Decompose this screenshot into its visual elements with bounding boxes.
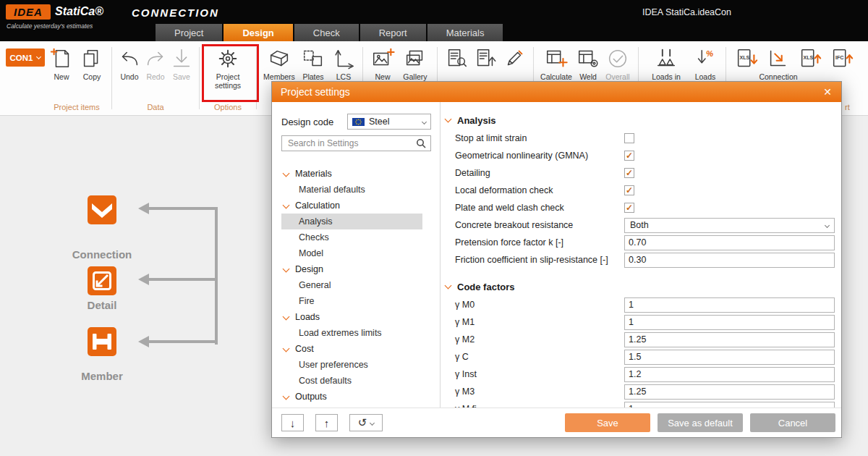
ribbon-plates-button[interactable]: Plates bbox=[297, 46, 329, 81]
chevron-down-icon[interactable] bbox=[283, 345, 290, 352]
search-input[interactable] bbox=[286, 138, 416, 149]
ribbon-group-caption: Options bbox=[204, 103, 252, 115]
tree-item-material-defaults[interactable]: Material defaults bbox=[281, 182, 422, 198]
tab-check[interactable]: Check bbox=[294, 24, 359, 41]
tree-item-model[interactable]: Model bbox=[281, 245, 422, 261]
settings-search[interactable] bbox=[281, 135, 431, 151]
ribbon-overall-button[interactable]: Overall bbox=[602, 46, 634, 81]
ribbon-copy-button[interactable]: Copy bbox=[77, 46, 107, 81]
reset-button[interactable]: ↺ bbox=[349, 414, 383, 431]
input-m2[interactable] bbox=[624, 332, 835, 347]
canvas-connection-icon[interactable] bbox=[88, 195, 116, 224]
chevron-down-icon[interactable] bbox=[445, 116, 452, 123]
reset-icon: ↺ bbox=[358, 416, 367, 429]
ribbon-save-button[interactable]: Save bbox=[169, 46, 195, 81]
design-code-select[interactable]: Steel bbox=[347, 114, 431, 130]
cancel-button[interactable]: Cancel bbox=[750, 413, 835, 432]
chevron-down-icon[interactable] bbox=[283, 169, 290, 177]
move-down-button[interactable]: ↓ bbox=[281, 414, 304, 431]
tree-item-materials[interactable]: Materials bbox=[281, 166, 422, 182]
input-c[interactable] bbox=[624, 350, 835, 365]
ribbon-new-button[interactable]: New bbox=[367, 46, 398, 81]
input-inst[interactable] bbox=[624, 367, 835, 382]
ribbon-item-label: New bbox=[54, 72, 69, 81]
tree-item-cost-defaults[interactable]: Cost defaults bbox=[281, 373, 422, 389]
save-button[interactable]: Save bbox=[565, 413, 650, 432]
tree-item-design[interactable]: Design bbox=[281, 261, 422, 277]
input-pretension-force-factor-k[interactable] bbox=[624, 235, 835, 250]
chevron-down-icon[interactable] bbox=[283, 392, 290, 400]
settings-row: Stop at limit strain bbox=[441, 130, 835, 147]
ribbon-xls-export-button[interactable]: XLS bbox=[794, 46, 826, 72]
move-up-button[interactable]: ↑ bbox=[315, 414, 338, 431]
connection-item-selector[interactable]: CON1 bbox=[6, 48, 45, 67]
ribbon-group-items: NewCopy bbox=[46, 41, 107, 81]
tree-item-load-extremes-limits[interactable]: Load extremes limits bbox=[281, 325, 422, 341]
settings-row: Local deformation check✓ bbox=[441, 182, 835, 199]
checkbox-checked[interactable]: ✓ bbox=[624, 151, 634, 161]
tree-item-label: Analysis bbox=[299, 216, 333, 227]
ribbon-publish-button[interactable] bbox=[471, 46, 500, 72]
tree-item-general[interactable]: General bbox=[281, 277, 422, 293]
checkbox[interactable] bbox=[624, 133, 634, 143]
tree-item-checks[interactable]: Checks bbox=[281, 229, 422, 245]
dropdown-concrete-breakout-resistance[interactable]: Both bbox=[624, 218, 835, 233]
ribbon-connection-button[interactable]: Connection bbox=[762, 46, 794, 81]
setting-control bbox=[624, 297, 835, 313]
chevron-down-icon[interactable] bbox=[283, 201, 290, 208]
chevron-down-icon[interactable] bbox=[445, 282, 452, 290]
ribbon-lcs-button[interactable]: LCS bbox=[329, 46, 358, 81]
tree-item-loads[interactable]: Loads bbox=[281, 309, 422, 325]
tree-item-cost[interactable]: Cost bbox=[281, 341, 422, 357]
ribbon-group-data: UndoRedoSaveData bbox=[116, 41, 195, 115]
ribbon-undo-button[interactable]: Undo bbox=[116, 46, 142, 81]
chevron-down-icon[interactable] bbox=[283, 313, 290, 320]
ribbon-new-button[interactable]: New bbox=[46, 46, 77, 81]
ribbon-redo-button[interactable]: Redo bbox=[142, 46, 169, 81]
input-m0[interactable] bbox=[624, 297, 835, 313]
ribbon-preview-button[interactable] bbox=[442, 46, 471, 72]
save-as-default-button[interactable]: Save as default bbox=[658, 413, 743, 432]
canvas-detail-icon[interactable] bbox=[88, 266, 116, 295]
ribbon-weld-button[interactable]: Weld bbox=[574, 46, 602, 81]
group-separator bbox=[199, 47, 200, 109]
settings-row: γ C bbox=[441, 348, 835, 366]
settings-row: Pretension force factor k [-] bbox=[441, 234, 835, 251]
ribbon-gallery-button[interactable]: Gallery bbox=[398, 46, 433, 81]
project-settings-dialog: Project settings ✕ Design code Steel Mat… bbox=[271, 81, 842, 438]
ribbon-xls-import-button[interactable]: XLS bbox=[731, 46, 762, 72]
checkbox-checked[interactable]: ✓ bbox=[624, 203, 634, 213]
tree-item-analysis[interactable]: Analysis bbox=[281, 214, 422, 229]
ribbon-members-button[interactable]: Members bbox=[261, 46, 297, 81]
ribbon-project-settings-button[interactable]: Project settings bbox=[204, 46, 252, 90]
chevron-down-icon[interactable] bbox=[283, 265, 290, 272]
ribbon-pen-button[interactable] bbox=[500, 46, 529, 72]
connector-vertical-line bbox=[215, 208, 218, 345]
input-m1[interactable] bbox=[624, 315, 835, 330]
tab-project[interactable]: Project bbox=[156, 24, 222, 41]
dialog-footer: ↓ ↑ ↺ Save Save as default Cancel bbox=[272, 408, 841, 437]
close-icon[interactable]: ✕ bbox=[821, 86, 834, 98]
tab-materials[interactable]: Materials bbox=[427, 24, 503, 41]
input-friction-coefficient-in-slip-resistance[interactable] bbox=[624, 253, 835, 268]
input-m3[interactable] bbox=[624, 384, 835, 400]
setting-label: Pretension force factor k [-] bbox=[455, 237, 624, 248]
tree-item-fire[interactable]: Fire bbox=[281, 293, 422, 309]
setting-label: Detailing bbox=[455, 168, 624, 178]
ribbon-ifc-export-button[interactable]: IFC bbox=[826, 46, 858, 72]
input-m-fi[interactable] bbox=[624, 402, 835, 408]
canvas-member-icon[interactable] bbox=[88, 327, 116, 356]
setting-label: Geometrical nonlinearity (GMNA) bbox=[455, 151, 624, 161]
ribbon-loads-button[interactable]: %Loads bbox=[689, 46, 721, 81]
settings-row: γ M0 bbox=[441, 296, 835, 313]
checkbox-checked[interactable]: ✓ bbox=[624, 185, 634, 195]
tab-design[interactable]: Design bbox=[224, 24, 292, 41]
ribbon-calculate-button[interactable]: Calculate bbox=[538, 46, 574, 81]
tree-item-calculation[interactable]: Calculation bbox=[281, 198, 422, 214]
checkbox-checked[interactable]: ✓ bbox=[624, 168, 634, 178]
app-header: IDEA StatiCa® Calculate yesterday's esti… bbox=[0, 0, 868, 41]
tree-item-user-preferences[interactable]: User preferences bbox=[281, 357, 422, 373]
tab-report[interactable]: Report bbox=[360, 24, 426, 41]
tree-item-outputs[interactable]: Outputs bbox=[281, 389, 422, 405]
dialog-titlebar[interactable]: Project settings ✕ bbox=[272, 82, 841, 102]
